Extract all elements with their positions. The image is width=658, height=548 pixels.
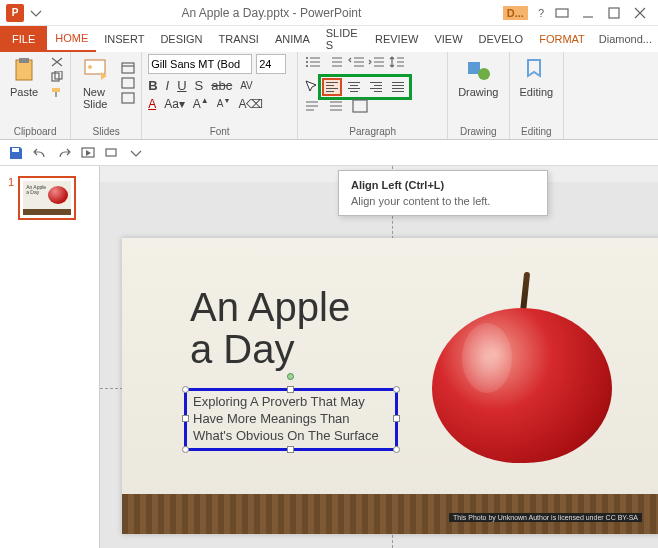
svg-point-13 bbox=[306, 61, 308, 63]
bullets-button[interactable] bbox=[304, 54, 324, 74]
svg-point-12 bbox=[306, 57, 308, 59]
restore-icon[interactable] bbox=[606, 5, 622, 21]
tab-design[interactable]: DESIGN bbox=[152, 26, 210, 52]
svg-rect-3 bbox=[19, 58, 29, 63]
ribbon-options-icon[interactable] bbox=[554, 5, 570, 21]
subtitle-textbox[interactable]: Exploring A Proverb That May Have More M… bbox=[184, 388, 398, 451]
apple-image[interactable] bbox=[422, 268, 622, 468]
align-right-button[interactable] bbox=[366, 78, 386, 96]
redo-icon[interactable] bbox=[56, 145, 72, 161]
group-label-clipboard: Clipboard bbox=[14, 126, 57, 139]
group-label-font: Font bbox=[210, 126, 230, 139]
tab-animations[interactable]: ANIMA bbox=[267, 26, 318, 52]
svg-rect-18 bbox=[12, 148, 19, 152]
handle-tm[interactable] bbox=[287, 386, 294, 393]
qat-customize-icon[interactable] bbox=[128, 145, 144, 161]
tab-file[interactable]: FILE bbox=[0, 26, 47, 52]
copy-icon[interactable] bbox=[50, 71, 64, 83]
group-slides: New Slide Slides bbox=[71, 52, 142, 139]
quick-access: P bbox=[0, 4, 50, 22]
help-button[interactable]: ? bbox=[538, 7, 544, 19]
smartart-button[interactable] bbox=[352, 99, 368, 117]
italic-button[interactable]: I bbox=[166, 78, 170, 93]
layout-icon[interactable] bbox=[121, 62, 135, 74]
handle-bl[interactable] bbox=[182, 446, 189, 453]
section-icon[interactable] bbox=[121, 92, 135, 104]
svg-rect-10 bbox=[122, 78, 134, 88]
slide-canvas[interactable]: An Applea Day Exploring A Proverb That M… bbox=[122, 238, 658, 534]
new-slide-button[interactable]: New Slide bbox=[77, 54, 113, 112]
font-color-button[interactable]: A bbox=[148, 97, 156, 111]
editing-label: Editing bbox=[520, 86, 554, 98]
svg-rect-9 bbox=[122, 63, 134, 73]
handle-tr[interactable] bbox=[393, 386, 400, 393]
svg-rect-6 bbox=[52, 88, 60, 92]
slide-title-text[interactable]: An Applea Day bbox=[190, 286, 350, 370]
group-label-editing: Editing bbox=[521, 126, 552, 139]
paste-button[interactable]: Paste bbox=[6, 54, 42, 100]
drawing-label: Drawing bbox=[458, 86, 498, 98]
numbering-button[interactable] bbox=[326, 54, 346, 74]
align-left-button[interactable] bbox=[322, 78, 342, 96]
handle-rotate[interactable] bbox=[287, 373, 294, 380]
group-font: B I U S abc AV A Aa▾ A▲ A▼ A⌫ Font bbox=[142, 52, 298, 139]
handle-bm[interactable] bbox=[287, 446, 294, 453]
save-icon[interactable] bbox=[8, 145, 24, 161]
undo-icon[interactable] bbox=[32, 145, 48, 161]
tab-home[interactable]: HOME bbox=[47, 26, 96, 52]
subtitle-text: Exploring A Proverb That May Have More M… bbox=[193, 394, 389, 445]
font-size-select[interactable] bbox=[256, 54, 286, 74]
svg-rect-11 bbox=[122, 93, 134, 103]
tab-developer[interactable]: DEVELO bbox=[471, 26, 532, 52]
tab-view[interactable]: VIEW bbox=[426, 26, 470, 52]
underline-button[interactable]: U bbox=[177, 78, 186, 93]
group-paragraph: Paragraph bbox=[298, 52, 448, 139]
slide-thumbnail-1[interactable]: An Applea Day bbox=[18, 176, 76, 220]
strike-button[interactable]: abc bbox=[211, 78, 232, 93]
close-icon[interactable] bbox=[632, 5, 648, 21]
text-direction-button[interactable] bbox=[304, 99, 320, 117]
ribbon: Paste Clipboard New Slide Slides bbox=[0, 52, 658, 140]
align-center-button[interactable] bbox=[344, 78, 364, 96]
window-title: An Apple a Day.pptx - PowerPoint bbox=[50, 6, 493, 20]
spacing-button[interactable]: AV bbox=[240, 80, 253, 91]
handle-tl[interactable] bbox=[182, 386, 189, 393]
drawing-button[interactable]: Drawing bbox=[454, 54, 502, 100]
group-label-drawing: Drawing bbox=[460, 126, 497, 139]
qat-dropdown-icon[interactable] bbox=[28, 5, 44, 21]
group-label-slides: Slides bbox=[93, 126, 120, 139]
user-name[interactable]: Diamond... bbox=[593, 26, 658, 52]
handle-mr[interactable] bbox=[393, 415, 400, 422]
align-justify-button[interactable] bbox=[388, 78, 408, 96]
start-from-beginning-icon[interactable] bbox=[80, 145, 96, 161]
cursor-icon bbox=[304, 79, 320, 95]
minimize-icon[interactable] bbox=[580, 5, 596, 21]
tab-slideshow[interactable]: SLIDE S bbox=[318, 26, 367, 52]
increase-indent-button[interactable] bbox=[368, 54, 386, 74]
tab-review[interactable]: REVIEW bbox=[367, 26, 426, 52]
bold-button[interactable]: B bbox=[148, 78, 157, 93]
align-text-button[interactable] bbox=[328, 99, 344, 117]
font-family-select[interactable] bbox=[148, 54, 252, 74]
format-painter-icon[interactable] bbox=[50, 86, 64, 98]
shrink-font-button[interactable]: A▼ bbox=[217, 97, 231, 109]
handle-br[interactable] bbox=[393, 446, 400, 453]
title-bar: P An Apple a Day.pptx - PowerPoint D... … bbox=[0, 0, 658, 26]
account-badge[interactable]: D... bbox=[503, 6, 528, 20]
decrease-indent-button[interactable] bbox=[348, 54, 366, 74]
clear-format-button[interactable]: A⌫ bbox=[238, 97, 263, 111]
change-case-button[interactable]: Aa▾ bbox=[164, 97, 185, 111]
cut-icon[interactable] bbox=[50, 56, 64, 68]
editor-area: 1 An Applea Day An Applea Day Exploring … bbox=[0, 166, 658, 548]
handle-ml[interactable] bbox=[182, 415, 189, 422]
reset-icon[interactable] bbox=[121, 77, 135, 89]
grow-font-button[interactable]: A▲ bbox=[193, 96, 209, 111]
tab-transitions[interactable]: TRANSI bbox=[211, 26, 267, 52]
tab-format[interactable]: FORMAT bbox=[531, 26, 593, 52]
tab-insert[interactable]: INSERT bbox=[96, 26, 152, 52]
shadow-button[interactable]: S bbox=[195, 78, 204, 93]
svg-point-17 bbox=[478, 68, 490, 80]
line-spacing-button[interactable] bbox=[388, 54, 406, 74]
editing-button[interactable]: Editing bbox=[516, 54, 558, 100]
qat-more-icon[interactable] bbox=[104, 145, 120, 161]
